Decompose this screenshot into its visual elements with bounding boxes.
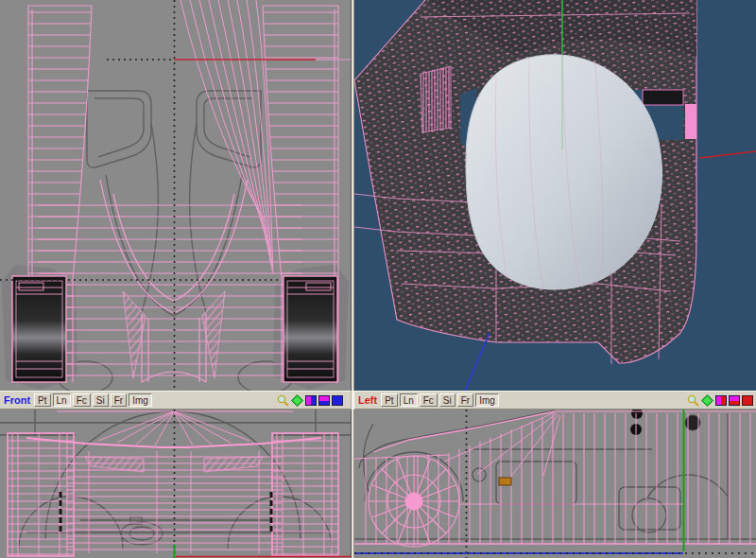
canopy (466, 55, 662, 289)
frame-mode-button[interactable]: Fr (111, 393, 127, 407)
front-view-pink (8, 411, 338, 556)
image-mode-button[interactable]: Img (129, 393, 152, 407)
front-view-label[interactable]: Front (4, 394, 30, 406)
toolbar-front-icons (277, 394, 351, 407)
viewport-perspective[interactable] (354, 0, 756, 391)
points-mode-button[interactable]: Pt (34, 393, 50, 407)
orange-marker (499, 478, 511, 485)
frame-mode-button[interactable]: Fr (457, 393, 473, 407)
view-swatch-split-vertical-icon[interactable] (715, 395, 727, 406)
image-mode-button[interactable]: Img (475, 393, 499, 407)
hatched-panel (421, 66, 451, 132)
modeling-app-window: Front Pt Ln Fc Si Fr Img Le (0, 0, 756, 558)
front-wheel-spokes (369, 456, 459, 547)
view-swatch-solid-icon[interactable] (332, 395, 343, 406)
zoom-icon[interactable] (277, 394, 289, 407)
view-swatch-split-horizontal-icon[interactable] (729, 395, 740, 406)
pink-strip (685, 104, 696, 139)
intake-slot (643, 90, 683, 105)
front-view-wireframe (0, 410, 351, 558)
axis-move-icon[interactable] (701, 394, 713, 407)
view-swatch-split-vertical-icon[interactable] (305, 395, 317, 406)
faces-mode-button[interactable]: Fc (73, 393, 91, 407)
viewport-front-view[interactable] (0, 410, 351, 558)
axis-move-icon[interactable] (291, 394, 303, 407)
left-view-label[interactable]: Left (358, 394, 377, 406)
sides-mode-button[interactable]: Si (93, 393, 109, 407)
sides-mode-button[interactable]: Si (439, 393, 455, 407)
view-swatch-solid-icon[interactable] (742, 395, 753, 406)
perspective-shaded-car (354, 0, 756, 391)
toolbar-front-view: Front Pt Ln Fc Si Fr Img (0, 391, 351, 410)
side-view-wireframe (354, 410, 756, 558)
view-swatch-split-horizontal-icon[interactable] (318, 395, 330, 406)
zoom-icon[interactable] (687, 394, 699, 407)
side-view-ribs (362, 413, 751, 544)
points-mode-button[interactable]: Pt (381, 393, 397, 407)
viewport-top-view[interactable] (0, 0, 351, 391)
top-view-wireframe (0, 0, 351, 391)
lines-mode-button[interactable]: Ln (400, 393, 418, 407)
viewport-divider-bottom[interactable] (351, 410, 354, 558)
toolbar-row: Front Pt Ln Fc Si Fr Img Le (0, 391, 756, 410)
toolbar-left-view: Left Pt Ln Fc Si Fr Img (354, 391, 756, 410)
lines-mode-button[interactable]: Ln (53, 393, 71, 407)
viewport-divider-mid[interactable] (351, 391, 354, 410)
viewport-divider-top[interactable] (351, 0, 354, 391)
toolbar-left-icons (687, 394, 756, 407)
viewport-side-view[interactable] (354, 410, 756, 558)
faces-mode-button[interactable]: Fc (420, 393, 438, 407)
